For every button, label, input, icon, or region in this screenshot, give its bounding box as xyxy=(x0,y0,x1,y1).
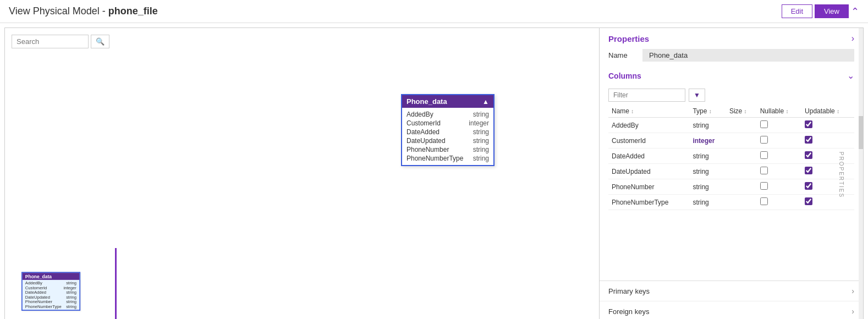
mini-entity-row: PhoneNumberTypestring xyxy=(23,304,79,309)
primary-keys-row[interactable]: Primary keys › xyxy=(600,281,863,301)
mini-entity-row: PhoneNumberstring xyxy=(23,300,79,305)
col-header-size: Size ↕ xyxy=(726,105,757,118)
primary-keys-label: Primary keys xyxy=(608,287,650,295)
col-nullable-cell xyxy=(757,118,801,133)
entity-table-header: Phone_data ▲ xyxy=(402,95,493,108)
columns-section: Columns ⌄ ▼ Name ↕ xyxy=(600,66,863,280)
col-header-name: Name ↕ xyxy=(608,105,689,118)
nullable-sort-icon[interactable]: ↕ xyxy=(785,108,788,114)
nullable-checkbox[interactable] xyxy=(760,136,768,144)
col-type-cell: string xyxy=(689,164,726,179)
filter-row: ▼ xyxy=(600,85,863,105)
col-name-cell: PhoneNumber xyxy=(608,179,689,195)
header-buttons: Edit View ⌃ xyxy=(782,4,859,18)
mini-entity-rows: AddedBystringCustomerIdintegerDateAddeds… xyxy=(23,280,79,310)
properties-header: Properties › xyxy=(600,28,863,47)
columns-title: Columns xyxy=(608,72,641,80)
col-name-cell: PhoneNumberType xyxy=(608,195,689,210)
col-updatable-cell xyxy=(801,164,854,179)
edit-button[interactable]: Edit xyxy=(782,4,812,18)
canvas-area[interactable]: 🔍 Phone_data ▲ AddedBystringCustomerIdin… xyxy=(5,28,599,319)
filter-input[interactable] xyxy=(608,89,685,102)
mini-entity-table: Phone_data AddedBystringCustomerIdintege… xyxy=(21,272,80,311)
col-size-cell xyxy=(726,148,757,164)
col-name-cell: CustomerId xyxy=(608,133,689,148)
entity-rows: AddedBystringCustomerIdintegerDateAddeds… xyxy=(402,108,493,165)
entity-table[interactable]: Phone_data ▲ AddedBystringCustomerIdinte… xyxy=(401,94,495,166)
entity-row: PhoneNumberTypestring xyxy=(402,154,493,163)
col-updatable-cell xyxy=(801,148,854,164)
primary-keys-expand-icon[interactable]: › xyxy=(851,287,854,295)
col-name-cell: AddedBy xyxy=(608,118,689,133)
mini-entity-row: DateAddedstring xyxy=(23,290,79,295)
name-row: Name Phone_data xyxy=(600,47,863,66)
search-button[interactable]: 🔍 xyxy=(91,35,109,48)
name-sort-icon[interactable]: ↕ xyxy=(631,108,634,114)
col-updatable-cell xyxy=(801,195,854,210)
columns-collapse-icon[interactable]: ⌄ xyxy=(847,70,854,81)
table-row: PhoneNumber string xyxy=(608,179,854,195)
properties-title: Properties xyxy=(608,34,649,43)
properties-scrollbar[interactable] xyxy=(859,28,863,319)
updatable-checkbox[interactable] xyxy=(805,197,812,205)
size-sort-icon[interactable]: ↕ xyxy=(744,108,747,114)
mini-entity-row: DateUpdatedstring xyxy=(23,295,79,300)
collapse-icon[interactable]: ⌃ xyxy=(851,6,859,18)
nullable-checkbox[interactable] xyxy=(760,151,768,159)
type-sort-icon[interactable]: ↕ xyxy=(709,108,712,114)
col-name-cell: DateAdded xyxy=(608,148,689,164)
updatable-checkbox[interactable] xyxy=(805,136,812,144)
col-size-cell xyxy=(726,133,757,148)
table-row: DateAdded string xyxy=(608,148,854,164)
col-size-cell xyxy=(726,164,757,179)
columns-section-header[interactable]: Columns ⌄ xyxy=(600,66,863,85)
mini-entity-header: Phone_data xyxy=(23,273,79,280)
search-input[interactable] xyxy=(12,35,89,48)
main-layout: 🔍 Phone_data ▲ AddedBystringCustomerIdin… xyxy=(4,28,864,319)
updatable-sort-icon[interactable]: ↕ xyxy=(837,108,839,114)
foreign-keys-row[interactable]: Foreign keys › xyxy=(600,301,863,319)
properties-panel: PROPERTIES Properties › Name Phone_data … xyxy=(599,28,863,319)
scrollbar-thumb xyxy=(859,116,863,149)
col-nullable-cell xyxy=(757,148,801,164)
foreign-keys-expand-icon[interactable]: › xyxy=(851,307,854,316)
col-type-cell: string xyxy=(689,148,726,164)
name-label: Name xyxy=(608,51,636,59)
nullable-checkbox[interactable] xyxy=(760,167,768,174)
col-updatable-cell xyxy=(801,133,854,148)
updatable-checkbox[interactable] xyxy=(805,167,812,174)
search-bar: 🔍 xyxy=(12,35,109,48)
col-nullable-cell xyxy=(757,179,801,195)
mini-entity-row: AddedBystring xyxy=(23,281,79,285)
col-nullable-cell xyxy=(757,195,801,210)
table-row: PhoneNumberType string xyxy=(608,195,854,210)
properties-expand-icon[interactable]: › xyxy=(851,34,854,43)
mini-entity-row: CustomerIdinteger xyxy=(23,285,79,290)
col-header-nullable: Nullable ↕ xyxy=(757,105,801,118)
col-size-cell xyxy=(726,118,757,133)
nullable-checkbox[interactable] xyxy=(760,120,768,128)
columns-table-header-row: Name ↕ Type ↕ Size ↕ xyxy=(608,105,854,118)
entity-collapse-icon[interactable]: ▲ xyxy=(482,98,489,106)
nullable-checkbox[interactable] xyxy=(760,182,768,190)
view-button[interactable]: View xyxy=(815,4,849,18)
col-nullable-cell xyxy=(757,133,801,148)
columns-table: Name ↕ Type ↕ Size ↕ xyxy=(600,105,863,280)
col-type-cell: string xyxy=(689,179,726,195)
entity-row: AddedBystring xyxy=(402,110,493,119)
updatable-checkbox[interactable] xyxy=(805,182,812,190)
entity-name-value: Phone_data xyxy=(642,49,854,62)
foreign-keys-label: Foreign keys xyxy=(608,307,649,316)
updatable-checkbox[interactable] xyxy=(805,151,812,159)
col-updatable-cell xyxy=(801,179,854,195)
entity-row: DateAddedstring xyxy=(402,128,493,136)
filter-icon-button[interactable]: ▼ xyxy=(689,89,705,102)
updatable-checkbox[interactable] xyxy=(805,120,812,128)
entity-row: DateUpdatedstring xyxy=(402,136,493,145)
nullable-checkbox[interactable] xyxy=(760,197,768,205)
col-size-cell xyxy=(726,179,757,195)
page-header: View Physical Model - phone_file Edit Vi… xyxy=(0,0,868,23)
col-size-cell xyxy=(726,195,757,210)
col-name-cell: DateUpdated xyxy=(608,164,689,179)
col-updatable-cell xyxy=(801,118,854,133)
